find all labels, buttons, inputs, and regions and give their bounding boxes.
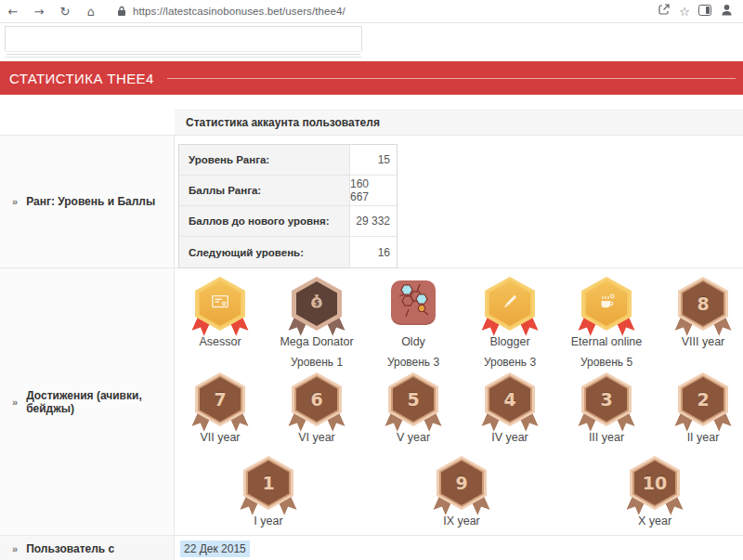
badge-level: Уровень 5 xyxy=(580,356,632,369)
badge-row-2: 7 VII year 6 VI year 5 V year xyxy=(172,372,743,444)
badge-asessor[interactable]: Asessor xyxy=(172,277,268,369)
bronze-medal: 2 xyxy=(678,372,728,426)
table-header-left-cell xyxy=(0,110,175,136)
chevron-right-icon: » xyxy=(12,543,18,554)
badge-v-year[interactable]: 5 V year xyxy=(365,372,462,444)
badge-number: 5 xyxy=(407,389,419,410)
stat-label: Баллы Ранга: xyxy=(179,176,350,205)
badge-name: VII year xyxy=(200,431,240,444)
lock-icon[interactable] xyxy=(117,6,126,17)
certificate-icon xyxy=(210,292,230,316)
url-bar[interactable]: https://latestcasinobonuses.bet/users/th… xyxy=(133,6,345,17)
row-label-rank: » Ранг: Уровень и Баллы xyxy=(0,136,175,268)
molecule-icon xyxy=(394,281,433,324)
badge-ix-year[interactable]: 9 IX year xyxy=(365,456,558,527)
badge-level: Уровень 3 xyxy=(387,356,439,369)
table-row: Баллы Ранга: 160 667 xyxy=(179,176,397,206)
bronze-medal: 5 xyxy=(388,372,438,426)
badge-number: 1 xyxy=(262,473,274,493)
row-label-achievements: » Достижения (ачивки, бейджы) xyxy=(0,268,175,536)
badge-name: Asessor xyxy=(199,335,241,348)
badge-level: Уровень 3 xyxy=(484,356,536,369)
badge-name: X year xyxy=(638,514,671,527)
badge-name: VIII year xyxy=(682,335,725,348)
badge-name: IV year xyxy=(491,431,528,444)
member-since-cell: 22 Дек 2015 xyxy=(175,536,743,560)
badge-iii-year[interactable]: 3 III year xyxy=(558,372,655,444)
badge-name: III year xyxy=(589,431,624,444)
chevron-right-icon: » xyxy=(12,397,18,408)
table-header: Статистика аккаунта пользователя xyxy=(175,110,743,136)
bronze-medal: 8 xyxy=(678,277,728,331)
table-row: Баллов до нового уровня: 29 332 xyxy=(179,206,397,237)
profile-avatar-icon[interactable] xyxy=(720,3,734,20)
bronze-medal: 9 xyxy=(437,456,487,510)
badge-name: I year xyxy=(254,514,282,527)
badge-number: 6 xyxy=(310,389,322,410)
badge-vii-year[interactable]: 7 VII year xyxy=(172,372,268,444)
badge-eternal-online[interactable]: Eternal online Уровень 5 xyxy=(558,277,655,369)
stat-label: Уровень Ранга: xyxy=(179,145,350,175)
table-row: Следующий уровень: 16 xyxy=(179,237,397,267)
badge-number: 7 xyxy=(214,389,226,410)
badge-name: Blogger xyxy=(489,335,529,348)
browser-window: ← → ↻ ⌂ https://latestcasinobonuses.bet/… xyxy=(0,0,743,560)
badge-blogger[interactable]: Blogger Уровень 3 xyxy=(462,277,558,369)
bronze-medal: 10 xyxy=(630,456,680,510)
achievements-row-label: Достижения (ачивки, бейджы) xyxy=(26,389,174,415)
oldy-medal xyxy=(391,280,436,325)
bronze-medal: 3 xyxy=(581,372,632,426)
badge-viii-year[interactable]: 8 VIII year xyxy=(655,277,743,369)
stat-label: Баллов до нового уровня: xyxy=(179,206,350,236)
page-banner: СТАТИСТИКА THEE4 xyxy=(0,61,743,95)
bookmark-star-icon[interactable]: ☆ xyxy=(679,5,690,19)
back-icon[interactable]: ← xyxy=(0,5,26,19)
badge-vi-year[interactable]: 6 VI year xyxy=(268,372,365,444)
bronze-medal: 7 xyxy=(195,372,245,426)
rank-stats-table: Уровень Ранга: 15 Баллы Ранга: 160 667 Б… xyxy=(178,144,398,268)
badge-number: 8 xyxy=(697,293,709,314)
bronze-medal: 1 xyxy=(243,456,293,510)
share-icon[interactable] xyxy=(658,3,671,20)
stat-value: 15 xyxy=(350,145,397,175)
donator-medal: $ xyxy=(292,277,342,331)
stat-value: 29 332 xyxy=(350,206,397,236)
badge-name: IX year xyxy=(443,514,480,527)
dropdown-shadow-line xyxy=(5,57,362,58)
badge-iv-year[interactable]: 4 IV year xyxy=(462,372,558,444)
table-header-title: Статистика аккаунта пользователя xyxy=(186,116,380,129)
badge-name: V year xyxy=(397,431,430,444)
rank-row-label: Ранг: Уровень и Баллы xyxy=(26,195,155,208)
badge-name: Mega Donator xyxy=(280,335,353,348)
reload-icon[interactable]: ↻ xyxy=(52,5,78,19)
bronze-medal: 6 xyxy=(292,372,342,426)
page-title: СТАТИСТИКА THEE4 xyxy=(9,71,154,86)
dropdown-shadow-line xyxy=(7,54,360,55)
banner-divider xyxy=(167,78,736,79)
badge-mega-donator[interactable]: $ Mega Donator Уровень 1 xyxy=(268,277,365,369)
stat-label: Следующий уровень: xyxy=(179,237,350,267)
badge-name: II year xyxy=(687,431,720,444)
badge-number: 10 xyxy=(643,473,667,493)
home-icon[interactable]: ⌂ xyxy=(78,5,104,19)
badge-i-year[interactable]: 1 I year xyxy=(172,456,365,527)
bronze-medal: 4 xyxy=(485,372,535,426)
side-panel-icon[interactable] xyxy=(698,3,711,20)
badge-row-3: 1 I year 9 IX year 10 X year xyxy=(172,456,743,527)
chevron-right-icon: » xyxy=(12,196,18,207)
empty-dropdown-panel xyxy=(5,26,362,51)
badge-name: Eternal online xyxy=(571,335,642,348)
badge-ii-year[interactable]: 2 II year xyxy=(655,372,743,444)
svg-text:$: $ xyxy=(314,298,319,307)
badge-number: 4 xyxy=(503,389,515,410)
forward-icon[interactable]: → xyxy=(26,5,52,19)
badge-number: 2 xyxy=(697,389,709,410)
pencil-icon xyxy=(500,292,520,316)
badge-x-year[interactable]: 10 X year xyxy=(558,456,743,527)
badge-oldy[interactable]: Oldy Уровень 3 xyxy=(365,277,462,369)
badge-name: Oldy xyxy=(401,335,425,348)
stat-value: 16 xyxy=(350,237,397,267)
badge-number: 3 xyxy=(600,389,612,410)
badge-number: 9 xyxy=(455,473,467,493)
gold-medal xyxy=(195,277,245,331)
